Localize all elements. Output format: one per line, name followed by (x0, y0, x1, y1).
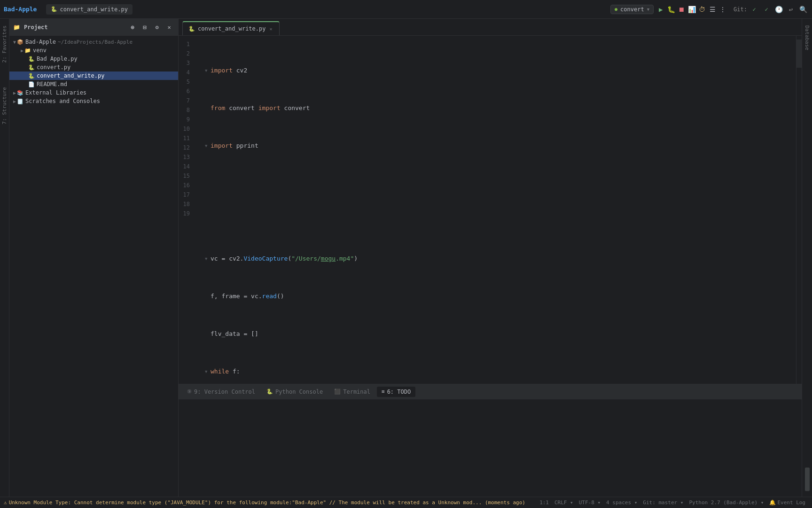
terminal-icon: ⬛ (334, 389, 341, 395)
code-line-3: ▼ import pprint (205, 141, 792, 151)
line-numbers: 1 2 3 4 5 6 7 8 9 10 11 12 13 14 15 16 1 (179, 36, 201, 384)
tab-version-control[interactable]: ⑨ 9: Version Control (182, 387, 260, 397)
readme-label: README.md (37, 81, 67, 87)
scratches-icon: 🗒️ (17, 98, 23, 104)
tab-todo[interactable]: ≡ 6: TODO (377, 387, 415, 397)
settings-button[interactable]: ⚙ (152, 22, 162, 32)
editor-tab-label: convert_and_write.py (198, 25, 266, 32)
profile-button[interactable]: ⏱ (697, 4, 707, 15)
code-line-8: flv_data = [] (205, 329, 792, 339)
code-editor[interactable]: 1 2 3 4 5 6 7 8 9 10 11 12 13 14 15 16 1 (179, 36, 802, 384)
fold-marker-1[interactable]: ▼ (205, 66, 211, 75)
editor-tabs: 🐍 convert_and_write.py ✕ (179, 19, 802, 36)
sidebar-header: 📁 Project ⊕ ⊟ ⚙ ✕ (9, 19, 178, 36)
tree-item-bad-apple-py[interactable]: 🐍 Bad Apple.py (9, 55, 178, 63)
chevron-down-icon: ▼ (13, 40, 16, 45)
left-panel-vtabs: 2: Favorites 7: Structure (0, 19, 9, 497)
tree-item-external-libraries[interactable]: ▶ 📚 External Libraries (9, 88, 178, 97)
code-content[interactable]: ▼ import cv2 from convert import convert… (201, 36, 796, 384)
warning-icon: ⚠ (4, 500, 7, 506)
tree-item-venv[interactable]: ▶ 📁 venv (9, 46, 178, 55)
todo-icon: ≡ (382, 389, 385, 395)
code-line-1: ▼ import cv2 (205, 66, 792, 75)
statusbar: ⚠ Unknown Module Type: Cannot determine … (0, 497, 812, 508)
tree-item-convert-and-write-py[interactable]: 🐍 convert_and_write.py (9, 71, 178, 80)
debug-button[interactable]: 🐛 (666, 4, 676, 15)
code-line-4 (205, 179, 792, 188)
file-tab-label: convert_and_write.py (60, 6, 128, 13)
line-ending-label: CRLF ▾ (554, 500, 573, 506)
vtab-structure[interactable]: 7: Structure (0, 84, 9, 127)
git-accept-icon[interactable]: ✓ (761, 4, 772, 15)
chevron-right-icon-3: ▶ (13, 99, 16, 104)
coverage-button[interactable]: 📊 (687, 4, 697, 15)
git-label: Git: (734, 6, 747, 13)
indent-selector[interactable]: 4 spaces ▾ (603, 497, 640, 508)
editor-tab-convert-and-write[interactable]: 🐍 convert_and_write.py ✕ (182, 21, 280, 35)
run-config-label: convert (620, 6, 644, 13)
fold-marker-9[interactable]: ▼ (205, 367, 211, 376)
titlebar: Bad-Apple 🐍 convert_and_write.py ● conve… (0, 0, 812, 19)
scope-button[interactable]: ⊕ (127, 22, 138, 32)
sidebar-header-actions: ⊕ ⊟ ⚙ ✕ (127, 22, 174, 32)
todo-label: 6: TODO (387, 389, 411, 395)
scratches-consoles-label: Scratches and Consoles (25, 98, 100, 104)
project-sidebar: 📁 Project ⊕ ⊟ ⚙ ✕ ▼ 📦 Bad-Apple ~/IdeaPr… (9, 19, 179, 497)
collapse-button[interactable]: ⊟ (140, 22, 150, 32)
close-sidebar-button[interactable]: ✕ (164, 22, 174, 32)
python-console-label: Python Console (275, 389, 323, 395)
encoding-label: UTF-8 ▾ (579, 500, 601, 506)
encoding-selector[interactable]: UTF-8 ▾ (576, 497, 603, 508)
vtab-favorites[interactable]: 2: Favorites (0, 23, 9, 65)
close-tab-button[interactable]: ✕ (269, 26, 273, 32)
stop-button[interactable]: ⏹ (676, 4, 687, 15)
git-check-icon[interactable]: ✓ (749, 4, 759, 15)
app-name: Bad-Apple (4, 6, 37, 13)
folder-icon: 📁 (24, 48, 31, 54)
fold-marker-3[interactable]: ▼ (205, 141, 211, 151)
run-config-chevron-icon: ▼ (647, 7, 649, 12)
bad-apple-py-label: Bad Apple.py (37, 56, 78, 62)
tree-item-scratches-consoles[interactable]: ▶ 🗒️ Scratches and Consoles (9, 97, 178, 105)
python-version-label: Python 2.7 (Bad-Apple) ▾ (689, 500, 764, 506)
toolbar-extra-button[interactable]: ⋮ (718, 4, 728, 15)
indent-label: 4 spaces ▾ (606, 500, 637, 506)
project-root-label: Bad-Apple (25, 39, 56, 45)
chevron-right-icon-2: ▶ (13, 90, 16, 95)
more-run-button[interactable]: ☰ (707, 4, 718, 15)
file-tab[interactable]: 🐍 convert_and_write.py (46, 4, 133, 15)
bottom-tabs: ⑨ 9: Version Control 🐍 Python Console ⬛ … (179, 384, 802, 399)
project-path-label: ~/IdeaProjects/Bad-Apple (58, 39, 133, 45)
line-ending-selector[interactable]: CRLF ▾ (552, 497, 576, 508)
status-warning-message: Unknown Module Type: Cannot determine mo… (9, 500, 537, 506)
code-line-5 (205, 216, 792, 226)
event-log-button[interactable]: 🔔 Event Log (766, 497, 808, 508)
main-content: 2: Favorites 7: Structure 📁 Project ⊕ ⊟ … (0, 19, 812, 497)
run-button[interactable]: ▶ (656, 4, 666, 15)
module-icon: 📦 (17, 39, 23, 45)
cursor-position[interactable]: 1:1 (537, 497, 552, 508)
python-console-icon: 🐍 (266, 389, 273, 395)
fold-marker-6[interactable]: ▼ (205, 254, 211, 263)
git-branch-label: Git: master ▾ (643, 500, 683, 506)
git-history-icon[interactable]: 🕐 (773, 4, 784, 15)
git-controls: Git: ✓ ✓ 🕐 ↩ 🔍 (734, 4, 808, 15)
tree-item-bad-apple-root[interactable]: ▼ 📦 Bad-Apple ~/IdeaProjects/Bad-Apple (9, 38, 178, 46)
code-line-7: f, frame = vc.read() (205, 292, 792, 301)
tree-item-convert-py[interactable]: 🐍 convert.py (9, 63, 178, 71)
minimap-indicator (796, 40, 802, 68)
python-file-icon-2: 🐍 (28, 64, 35, 71)
bottom-content (179, 399, 802, 497)
git-search-icon[interactable]: 🔍 (798, 4, 808, 15)
cursor-position-label: 1:1 (539, 500, 549, 506)
tab-terminal[interactable]: ⬛ Terminal (329, 387, 375, 397)
git-rollback-icon[interactable]: ↩ (786, 4, 796, 15)
event-log-label: Event Log (777, 500, 805, 506)
tree-item-readme[interactable]: 📄 README.md (9, 80, 178, 88)
python-version-selector[interactable]: Python 2.7 (Bad-Apple) ▾ (686, 497, 766, 508)
tab-python-console[interactable]: 🐍 Python Console (262, 387, 328, 397)
vtab-database[interactable]: Database (803, 23, 812, 53)
git-branch-selector[interactable]: Git: master ▾ (640, 497, 686, 508)
code-line-6: ▼ vc = cv2.VideoCapture("/Users/mogu.mp4… (205, 254, 792, 263)
run-config-selector[interactable]: ● convert ▼ (610, 5, 654, 14)
